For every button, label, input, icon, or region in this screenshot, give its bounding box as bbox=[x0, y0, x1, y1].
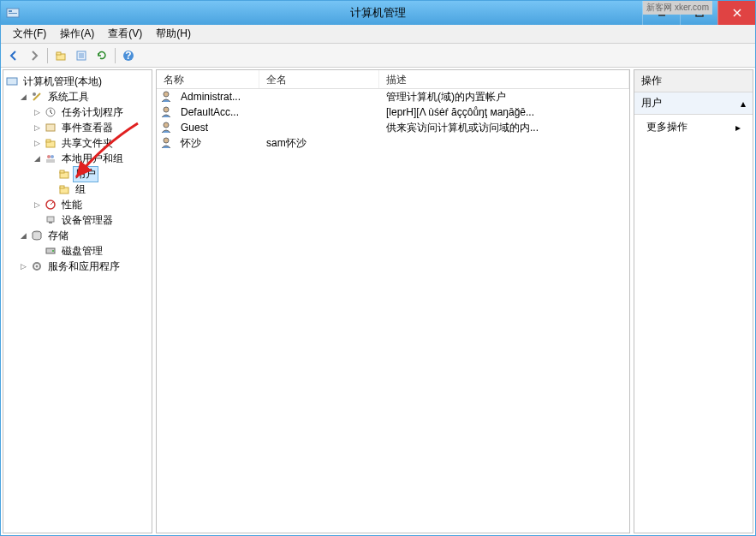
menu-view[interactable]: 查看(V) bbox=[101, 25, 149, 43]
tree-performance[interactable]: ▷性能 bbox=[33, 197, 150, 212]
col-name[interactable]: 名称 bbox=[157, 70, 259, 88]
tree-shared-folders[interactable]: ▷共享文件夹 bbox=[33, 135, 150, 151]
menu-file[interactable]: 文件(F) bbox=[6, 25, 53, 43]
expand-icon[interactable]: ▷ bbox=[33, 200, 42, 210]
list-item[interactable]: 怀沙sam怀沙 bbox=[157, 135, 629, 151]
svg-rect-1 bbox=[9, 10, 12, 12]
menubar: 文件(F) 操作(A) 查看(V) 帮助(H) bbox=[1, 25, 755, 44]
disk-icon bbox=[44, 244, 57, 258]
list-header: 名称 全名 描述 bbox=[157, 70, 629, 89]
svg-rect-18 bbox=[46, 124, 55, 131]
toolbar: ? bbox=[1, 44, 755, 68]
help-button[interactable]: ? bbox=[119, 46, 138, 65]
collapse-icon[interactable]: ◢ bbox=[33, 154, 42, 164]
svg-rect-29 bbox=[47, 217, 54, 222]
folder-icon bbox=[57, 182, 71, 196]
tree-event-viewer[interactable]: ▷事件查看器 bbox=[33, 120, 150, 135]
svg-rect-25 bbox=[60, 170, 64, 173]
computer-mgmt-icon bbox=[5, 74, 19, 88]
users-groups-icon bbox=[44, 152, 57, 165]
app-icon bbox=[6, 6, 20, 20]
user-icon bbox=[160, 90, 174, 104]
chevron-right-icon: ▸ bbox=[735, 122, 741, 134]
tree-task-scheduler[interactable]: ▷任务计划程序 bbox=[33, 104, 150, 120]
up-button[interactable] bbox=[51, 46, 70, 65]
tools-icon bbox=[30, 90, 44, 104]
svg-rect-30 bbox=[49, 222, 52, 223]
svg-point-33 bbox=[52, 250, 54, 252]
collapse-icon[interactable]: ◢ bbox=[19, 231, 28, 241]
tree-local-users-groups[interactable]: ◢本地用户和组 bbox=[33, 151, 150, 166]
folder-icon bbox=[57, 167, 71, 181]
close-button[interactable] bbox=[717, 1, 755, 25]
performance-icon bbox=[44, 198, 57, 211]
back-button[interactable] bbox=[4, 46, 23, 65]
svg-rect-27 bbox=[60, 186, 64, 188]
svg-point-38 bbox=[164, 122, 169, 128]
svg-rect-20 bbox=[46, 140, 51, 142]
tree-groups[interactable]: 组 bbox=[46, 182, 150, 197]
tree-disk-management[interactable]: 磁盘管理 bbox=[33, 243, 150, 259]
action-section-users[interactable]: 用户 ▴ bbox=[634, 92, 753, 115]
tree-storage[interactable]: ◢存储 bbox=[19, 228, 150, 243]
svg-point-35 bbox=[36, 265, 39, 268]
refresh-button[interactable] bbox=[92, 46, 111, 65]
list-body[interactable]: Administrat...管理计算机(域)的内置帐户DefaultAcc...… bbox=[157, 89, 629, 533]
titlebar: 计算机管理 新客网 xker.com bbox=[1, 1, 755, 25]
event-icon bbox=[44, 121, 57, 134]
expand-icon[interactable]: ▷ bbox=[33, 123, 42, 133]
tree-system-tools[interactable]: ◢ 系统工具 bbox=[19, 89, 150, 104]
tree-pane: 计算机管理(本地) ◢ 系统工具 ▷任务计划程序 ▷事件查看器 ▷共享文件夹 bbox=[3, 69, 152, 533]
action-more[interactable]: 更多操作 ▸ bbox=[634, 115, 753, 140]
list-item[interactable]: DefaultAcc...[leprH][Λ ùśėŕ ăççôůŋţ мaŋā… bbox=[157, 104, 629, 120]
svg-point-36 bbox=[164, 92, 169, 97]
window-title: 计算机管理 bbox=[350, 5, 406, 21]
menu-help[interactable]: 帮助(H) bbox=[149, 25, 198, 43]
expand-icon[interactable]: ▷ bbox=[33, 139, 42, 148]
list-item[interactable]: Guest供来宾访问计算机或访问域的内... bbox=[157, 120, 629, 135]
svg-rect-2 bbox=[9, 13, 17, 14]
menu-action[interactable]: 操作(A) bbox=[53, 25, 101, 43]
collapse-triangle-icon: ▴ bbox=[741, 98, 746, 110]
forward-button[interactable] bbox=[25, 46, 44, 65]
svg-point-21 bbox=[47, 155, 51, 158]
user-icon bbox=[160, 136, 174, 150]
svg-rect-23 bbox=[46, 159, 55, 163]
tree-services-apps[interactable]: ▷服务和应用程序 bbox=[19, 259, 150, 274]
col-description[interactable]: 描述 bbox=[379, 70, 629, 88]
tree-root[interactable]: 计算机管理(本地) bbox=[5, 74, 150, 89]
collapse-icon[interactable]: ◢ bbox=[19, 92, 28, 102]
storage-icon bbox=[30, 229, 44, 242]
svg-rect-8 bbox=[57, 52, 61, 55]
expand-icon[interactable]: ▷ bbox=[19, 262, 28, 271]
action-pane: 操作 用户 ▴ 更多操作 ▸ bbox=[634, 69, 753, 533]
action-header: 操作 bbox=[634, 70, 753, 92]
svg-point-22 bbox=[51, 155, 54, 158]
svg-rect-15 bbox=[7, 78, 17, 85]
list-item[interactable]: Administrat...管理计算机(域)的内置帐户 bbox=[157, 89, 629, 104]
svg-text:?: ? bbox=[125, 50, 131, 62]
services-icon bbox=[30, 259, 44, 273]
svg-point-16 bbox=[33, 92, 36, 96]
col-fullname[interactable]: 全名 bbox=[259, 70, 379, 88]
tree-device-manager[interactable]: 设备管理器 bbox=[33, 212, 150, 228]
svg-point-39 bbox=[164, 138, 169, 143]
watermark: 新客网 xker.com bbox=[643, 1, 712, 15]
svg-point-37 bbox=[164, 107, 169, 112]
expand-icon[interactable]: ▷ bbox=[33, 108, 42, 117]
list-pane: 名称 全名 描述 Administrat...管理计算机(域)的内置帐户Defa… bbox=[156, 69, 630, 533]
shared-folder-icon bbox=[44, 136, 57, 150]
content-area: 计算机管理(本地) ◢ 系统工具 ▷任务计划程序 ▷事件查看器 ▷共享文件夹 bbox=[1, 68, 755, 535]
clock-icon bbox=[44, 105, 57, 119]
user-icon bbox=[160, 121, 174, 134]
tree-users[interactable]: 用户 bbox=[46, 166, 150, 182]
device-icon bbox=[44, 213, 57, 227]
properties-button[interactable] bbox=[72, 46, 91, 65]
user-icon bbox=[160, 105, 174, 119]
